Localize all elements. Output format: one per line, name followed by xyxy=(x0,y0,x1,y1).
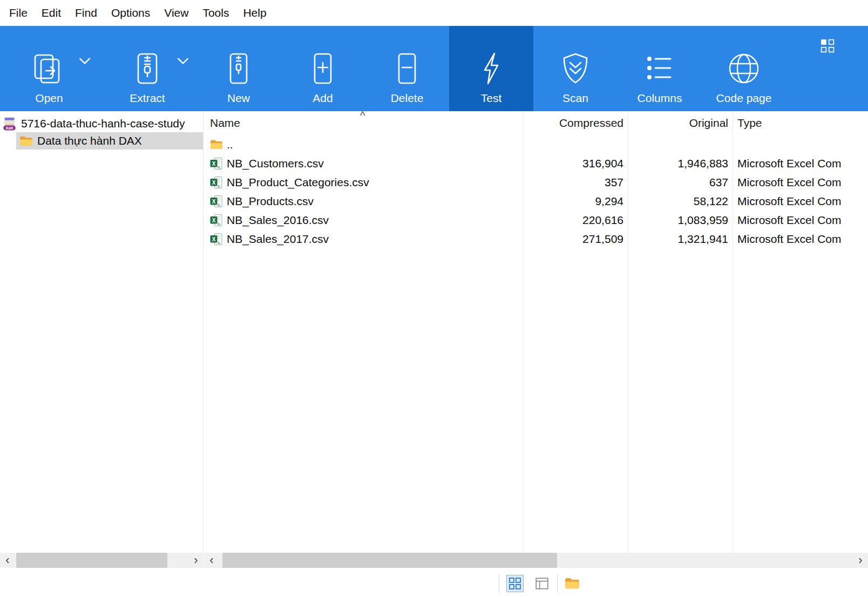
file-row[interactable]: a,X NB_Sales_2017.csv 271,509 1,321,941 … xyxy=(204,229,868,248)
toolbar-button-extract[interactable]: Extract xyxy=(98,26,196,111)
toolbar-button-new[interactable]: New xyxy=(196,26,281,111)
tree-item-label: Data thực hành DAX xyxy=(37,134,142,147)
toolbar-button-test[interactable]: Test xyxy=(449,26,533,111)
file-name: NB_Sales_2017.csv xyxy=(227,233,329,246)
file-name: NB_Sales_2016.csv xyxy=(227,214,329,227)
menu-item-view[interactable]: View xyxy=(157,3,195,23)
toolbar-button-delete[interactable]: Delete xyxy=(365,26,449,111)
scroll-left-icon[interactable]: ‹ xyxy=(204,553,219,568)
svg-text:a,: a, xyxy=(218,240,221,244)
file-type: Microsoft Excel Com xyxy=(733,176,868,189)
file-rows: .. a,X NB_Customers.csv 316,904 1,946,88… xyxy=(204,135,868,248)
file-original-size: 1,946,883 xyxy=(628,157,733,170)
sort-ascending-icon: ^ xyxy=(360,111,365,122)
toolbar-button-add[interactable]: Add xyxy=(281,26,365,111)
toolbar-button-label: Scan xyxy=(562,92,588,104)
file-compressed-size: 316,904 xyxy=(523,157,628,170)
excel-icon: a,X xyxy=(210,214,223,227)
svg-text:X: X xyxy=(212,217,216,223)
main-area: RAR 5716-data-thuc-hanh-case-study Data … xyxy=(0,111,868,553)
toolbar-button-code-page[interactable]: Code page xyxy=(702,26,786,111)
menu-item-file[interactable]: File xyxy=(2,3,35,23)
scroll-left-icon[interactable]: ‹ xyxy=(0,553,15,568)
tree-item-archive-root[interactable]: RAR 5716-data-thuc-hanh-case-study xyxy=(0,114,203,132)
scrollbar-track[interactable] xyxy=(15,553,188,568)
folder-icon[interactable] xyxy=(565,577,580,590)
file-compressed-size: 9,294 xyxy=(523,195,628,208)
toolbar-button-label: New xyxy=(227,92,250,104)
columns-icon xyxy=(642,51,677,86)
svg-text:a,: a, xyxy=(218,221,221,225)
file-name: NB_Product_Categories.csv xyxy=(227,176,369,189)
status-divider xyxy=(499,574,499,593)
file-list-panel: ^ Name Compressed Original Type .. a,X N… xyxy=(204,111,868,553)
add-icon xyxy=(306,51,340,86)
toolbar-button-scan[interactable]: Scan xyxy=(533,26,618,111)
status-divider xyxy=(557,574,558,593)
menu-item-tools[interactable]: Tools xyxy=(195,3,236,23)
excel-icon: a,X xyxy=(210,176,223,189)
file-name: NB_Products.csv xyxy=(227,195,314,208)
scrollbar-thumb[interactable] xyxy=(16,553,167,568)
toolbar-button-label: Delete xyxy=(391,92,424,104)
toolbar-button-columns[interactable]: Columns xyxy=(618,26,702,111)
archive-manager-window: File Edit Find Options View Tools Help O… xyxy=(0,0,868,597)
svg-text:X: X xyxy=(212,198,216,204)
file-row[interactable]: a,X NB_Product_Categories.csv 357 637 Mi… xyxy=(204,173,868,192)
file-type: Microsoft Excel Com xyxy=(733,195,868,208)
grid-view-toggle-icon[interactable] xyxy=(820,39,835,53)
archive-tree-panel: RAR 5716-data-thuc-hanh-case-study Data … xyxy=(0,111,204,553)
scroll-right-icon[interactable]: › xyxy=(853,553,868,568)
file-compressed-size: 357 xyxy=(523,176,628,189)
codepage-icon xyxy=(727,51,761,86)
chevron-down-icon[interactable] xyxy=(177,57,189,65)
menu-item-find[interactable]: Find xyxy=(68,3,104,23)
delete-icon xyxy=(390,51,424,86)
chevron-down-icon[interactable] xyxy=(79,57,91,65)
file-panel-hscrollbar: ‹ › xyxy=(204,553,868,568)
open-icon xyxy=(32,51,66,86)
toolbar-button-label: Code page xyxy=(716,92,772,104)
scrollbar-thumb[interactable] xyxy=(222,553,557,568)
menu-item-edit[interactable]: Edit xyxy=(35,3,68,23)
status-bar xyxy=(0,568,868,597)
file-row[interactable]: a,X NB_Sales_2016.csv 220,616 1,083,959 … xyxy=(204,211,868,229)
new-archive-icon xyxy=(221,51,256,86)
file-row[interactable]: a,X NB_Products.csv 9,294 58,122 Microso… xyxy=(204,192,868,211)
details-view-icon[interactable] xyxy=(533,575,551,592)
toolbar-button-label: Test xyxy=(481,92,502,104)
svg-text:X: X xyxy=(212,236,216,242)
file-name: NB_Customers.csv xyxy=(227,157,324,170)
scroll-right-icon[interactable]: › xyxy=(188,553,204,568)
test-icon xyxy=(474,51,508,86)
tree-item-label: 5716-data-thuc-hanh-case-study xyxy=(21,117,185,130)
file-row[interactable]: .. xyxy=(204,135,868,154)
svg-text:a,: a, xyxy=(218,202,221,206)
tree-panel-hscrollbar: ‹ › xyxy=(0,553,204,568)
column-header-type[interactable]: Type xyxy=(733,117,868,130)
scrollbar-track[interactable] xyxy=(219,553,853,568)
file-original-size: 1,321,941 xyxy=(628,233,733,246)
toolbar-button-label: Extract xyxy=(130,92,165,104)
column-header-compressed[interactable]: Compressed xyxy=(523,117,628,130)
menu-item-options[interactable]: Options xyxy=(104,3,157,23)
svg-text:a,: a, xyxy=(218,165,221,168)
excel-icon: a,X xyxy=(210,157,223,170)
file-compressed-size: 271,509 xyxy=(523,233,628,246)
folder-icon xyxy=(210,139,223,150)
menu-bar: File Edit Find Options View Tools Help xyxy=(0,0,868,26)
toolbar-button-label: Add xyxy=(313,92,333,104)
thumbnails-view-icon[interactable] xyxy=(506,575,524,592)
file-original-size: 637 xyxy=(628,176,733,189)
column-header-original[interactable]: Original xyxy=(628,117,733,130)
file-row[interactable]: a,X NB_Customers.csv 316,904 1,946,883 M… xyxy=(204,154,868,173)
menu-item-help[interactable]: Help xyxy=(236,3,273,23)
extract-icon xyxy=(130,51,165,86)
tree-item-folder-selected[interactable]: Data thực hành DAX xyxy=(16,132,203,150)
file-type: Microsoft Excel Com xyxy=(733,214,868,227)
file-list-header: ^ Name Compressed Original Type xyxy=(204,111,868,135)
file-compressed-size: 220,616 xyxy=(523,214,628,227)
file-original-size: 58,122 xyxy=(628,195,733,208)
rar-archive-icon: RAR xyxy=(2,116,17,131)
toolbar-button-open[interactable]: Open xyxy=(0,26,98,111)
